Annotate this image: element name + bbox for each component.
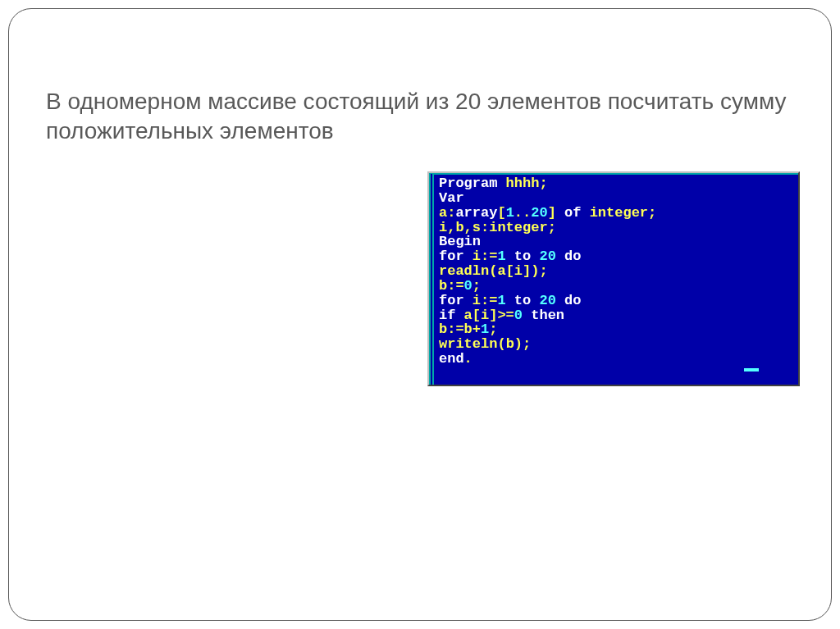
code-line: a:array[1..20] of integer; [439,206,793,221]
code-line: Begin [439,235,793,249]
code-line: end. [439,352,793,367]
code-editor: Program hhhh; Var a:array[1..20] of inte… [427,171,800,386]
code-line: for i:=1 to 20 do [439,294,793,308]
slide-frame: В одномерном массиве состоящий из 20 эле… [8,8,832,621]
code-line: readln(a[i]); [439,264,793,279]
code-line: for i:=1 to 20 do [439,249,793,264]
slide-title: В одномерном массиве состоящий из 20 эле… [46,87,794,147]
code-line: b:=b+1; [439,322,793,337]
code-line: if a[i]>=0 then [439,308,793,323]
code-content: Program hhhh; Var a:array[1..20] of inte… [429,173,798,385]
code-line: Var [439,191,793,206]
code-line: i,b,s:integer; [439,221,793,235]
code-line: writeln(b); [439,337,793,352]
text-cursor [744,368,759,371]
code-line: b:=0; [439,279,793,294]
code-line: Program hhhh; [439,176,793,191]
